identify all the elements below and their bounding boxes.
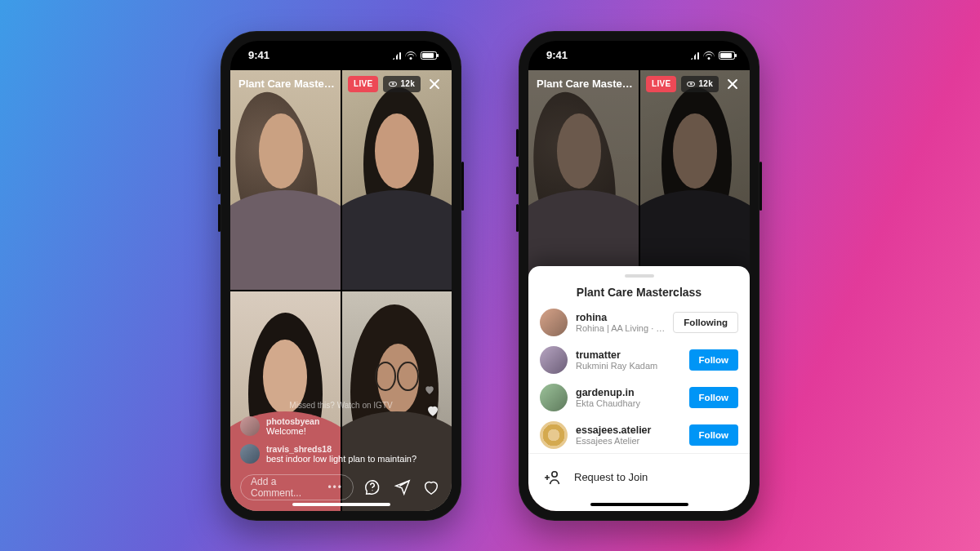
close-button[interactable] (425, 75, 443, 93)
sheet-grabber[interactable] (625, 274, 654, 278)
status-time: 9:41 (546, 49, 568, 61)
live-badge: LIVE (646, 76, 676, 92)
comment-username: photosbyean (266, 416, 319, 426)
participant-tile-2[interactable] (342, 70, 452, 290)
live-badge: LIVE (348, 76, 378, 92)
live-title[interactable]: Plant Care Masterclas… (537, 78, 633, 90)
action-bar: Add a Comment... ••• (230, 472, 452, 503)
request-to-join-row[interactable]: Request to Join (528, 453, 750, 490)
follow-button[interactable]: Follow (689, 387, 738, 408)
share-button[interactable] (391, 477, 412, 498)
participant-avatar (540, 309, 568, 336)
participant-row[interactable]: gardenup.in Ekta Chaudhary Follow (540, 384, 738, 411)
device-notch (582, 41, 697, 60)
participant-row[interactable]: trumatter Rukmini Ray Kadam Follow (540, 346, 738, 374)
following-button[interactable]: Following (673, 312, 738, 333)
participant-tile-2[interactable] (640, 70, 751, 290)
participant-username: gardenup.in (576, 387, 681, 398)
phone-live-grid: 9:41 Plant Care Masterclas… LIVE 12k (220, 31, 461, 521)
system-message: Missed this? Watch on IGTV (289, 401, 392, 410)
battery-icon (421, 51, 437, 60)
participant-username: trumatter (576, 349, 681, 361)
home-indicator (292, 503, 390, 506)
live-title[interactable]: Plant Care Masterclas… (238, 78, 335, 90)
wifi-icon (703, 51, 715, 60)
battery-icon (719, 51, 735, 60)
home-indicator (590, 503, 688, 506)
viewer-count: 12k (400, 79, 415, 88)
live-header: Plant Care Masterclas… LIVE 12k (230, 72, 452, 96)
wifi-icon (405, 51, 416, 60)
screen: 9:41 Plant Care Masterclas… LIVE 12k (230, 41, 452, 511)
comment-row[interactable]: photosbyean Welcome! (240, 416, 442, 438)
participant-tile-1[interactable] (528, 70, 639, 290)
participant-avatar (540, 346, 568, 374)
eye-icon (389, 82, 397, 87)
participant-username: rohina (576, 312, 665, 323)
participant-subtitle: Essajees Atelier (576, 436, 681, 446)
svg-point-0 (372, 490, 372, 491)
comment-row[interactable]: travis_shreds18 best indoor low light pl… (240, 444, 442, 465)
question-button[interactable] (362, 477, 383, 498)
comment-input[interactable]: Add a Comment... ••• (240, 474, 354, 500)
comments-overlay: Missed this? Watch on IGTV photosbyean W… (230, 401, 452, 472)
status-time: 9:41 (248, 49, 270, 61)
follow-button[interactable]: Follow (689, 349, 738, 371)
sheet-title: Plant Care Masterclass (528, 286, 750, 299)
participants-sheet: Plant Care Masterclass rohina Rohina | A… (528, 266, 750, 511)
participant-subtitle: Rohina | AA Living · Host (576, 323, 665, 333)
request-join-label: Request to Join (574, 471, 648, 483)
viewer-count-badge[interactable]: 12k (681, 76, 719, 92)
participant-subtitle: Rukmini Ray Kadam (576, 361, 681, 371)
close-button[interactable] (724, 75, 742, 93)
participant-username: essajees.atelier (576, 424, 681, 436)
commenter-avatar (240, 416, 260, 436)
request-join-icon (540, 465, 564, 490)
phone-participants-sheet: 9:41 Plant Care Masterclas… LIVE 12k (519, 31, 760, 521)
more-icon[interactable]: ••• (327, 482, 343, 493)
participants-list: rohina Rohina | AA Living · Host Followi… (528, 309, 750, 450)
participant-row[interactable]: rohina Rohina | AA Living · Host Followi… (540, 309, 738, 336)
participant-subtitle: Ekta Chaudhary (576, 398, 681, 408)
viewer-count: 12k (698, 79, 713, 88)
participant-row[interactable]: essajees.atelier Essajees Atelier Follow (540, 421, 738, 449)
comment-username: travis_shreds18 (266, 444, 416, 454)
viewer-count-badge[interactable]: 12k (383, 76, 421, 92)
comment-text: Welcome! (266, 426, 319, 438)
comment-placeholder: Add a Comment... (251, 476, 327, 499)
live-header: Plant Care Masterclas… LIVE 12k (528, 72, 750, 96)
device-notch (284, 41, 399, 60)
like-button[interactable] (421, 477, 442, 498)
participant-tile-1[interactable] (230, 70, 341, 290)
svg-point-3 (552, 471, 557, 476)
comment-text: best indoor low light plan to maintain? (266, 454, 416, 465)
follow-button[interactable]: Follow (689, 424, 738, 446)
eye-icon (687, 82, 695, 87)
participant-avatar (540, 421, 568, 449)
participant-avatar (540, 384, 568, 411)
commenter-avatar (240, 444, 260, 464)
screen: 9:41 Plant Care Masterclas… LIVE 12k (528, 41, 750, 511)
